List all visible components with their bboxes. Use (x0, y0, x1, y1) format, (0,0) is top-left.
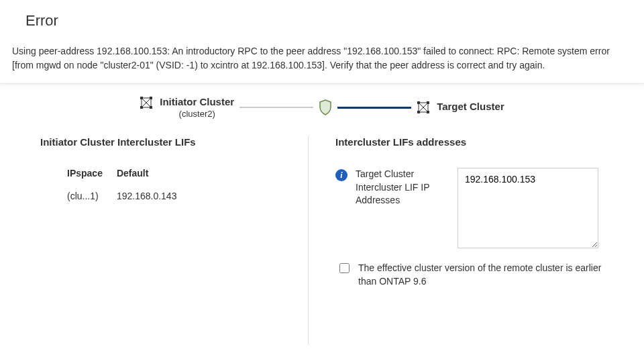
columns: Initiator Cluster Intercluster LIFs IPsp… (0, 136, 644, 344)
connection-line-initiator (239, 107, 313, 108)
cluster-diagram: Initiator Cluster (cluster2) (0, 96, 644, 119)
info-icon: i (335, 169, 347, 181)
lif-row-ip: 192.168.0.143 (117, 191, 177, 201)
lif-header-ipspace: IPspace (67, 168, 114, 179)
initiator-cluster-sub: (cluster2) (160, 109, 234, 119)
error-title: Error (25, 12, 633, 30)
initiator-lifs-title: Initiator Cluster Intercluster LIFs (40, 136, 294, 148)
lif-row-name: (clu...1) (67, 191, 114, 201)
version-checkbox-label[interactable]: The effective cluster version of the rem… (358, 262, 613, 288)
error-panel: Error Using peer-address 192.168.100.153… (0, 0, 644, 84)
shield-icon (319, 99, 332, 115)
target-cluster-block: Target Cluster (417, 101, 504, 114)
cluster-icon (417, 101, 430, 114)
initiator-lifs-column: Initiator Cluster Intercluster LIFs IPsp… (13, 136, 309, 344)
target-ip-field-row: i Target Cluster Intercluster LIF IP Add… (335, 168, 617, 248)
target-lifs-title: Intercluster LIFs addresses (335, 136, 617, 148)
target-ip-field-label: Target Cluster Intercluster LIF IP Addre… (356, 168, 449, 207)
target-ip-input[interactable] (458, 168, 598, 248)
lif-table-header: IPspace Default (67, 168, 294, 179)
lif-header-default: Default (117, 168, 148, 179)
error-message: Using peer-address 192.168.100.153: An i… (12, 44, 633, 72)
target-cluster-label: Target Cluster (437, 101, 504, 112)
cluster-icon (140, 96, 153, 109)
connection-line-target (337, 107, 411, 109)
initiator-cluster-label: Initiator Cluster (160, 96, 234, 107)
lif-table-row: (clu...1) 192.168.0.143 (67, 191, 294, 201)
target-lifs-column: Intercluster LIFs addresses i Target Clu… (309, 136, 631, 344)
version-checkbox-row: The effective cluster version of the rem… (337, 262, 617, 288)
lif-table: IPspace Default (clu...1) 192.168.0.143 (67, 168, 294, 201)
initiator-cluster-block: Initiator Cluster (cluster2) (140, 96, 234, 119)
version-checkbox[interactable] (339, 263, 350, 273)
